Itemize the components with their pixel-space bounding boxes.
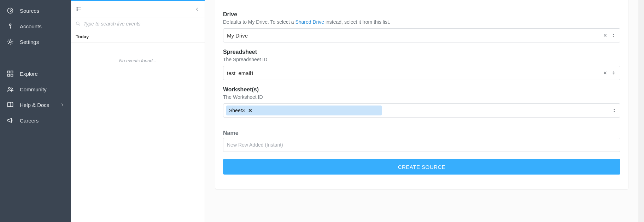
chip-remove-icon[interactable]: ✕ [248,108,252,113]
sidebar-item-label: Community [20,86,47,92]
chip-label: Sheet3 [229,108,245,113]
collapse-icon[interactable] [195,7,200,12]
search-icon [76,21,81,26]
sidebar-item-community[interactable]: Community [0,81,71,97]
svg-point-11 [77,9,78,10]
sidebar-item-label: Help & Docs [20,102,49,108]
name-placeholder: New Row Added (Instant) [227,142,283,148]
drive-value: My Drive [227,33,602,39]
sidebar-item-label: Accounts [20,23,42,29]
gear-icon [6,38,14,46]
sidebar: Sources Accounts Settings Explore Commun… [0,0,71,222]
drive-select[interactable]: My Drive [223,28,620,42]
svg-rect-3 [8,71,10,73]
sort-icon[interactable] [611,107,617,114]
spreadsheet-description: The Spreadsheet ID [223,57,620,62]
chevron-right-icon [60,102,64,108]
sidebar-item-settings[interactable]: Settings [0,34,71,50]
sidebar-item-careers[interactable]: Careers [0,113,71,128]
name-input[interactable]: New Row Added (Instant) [223,138,620,152]
svg-rect-6 [11,74,13,76]
community-icon [6,85,14,93]
field-name: Name New Row Added (Instant) [223,130,620,152]
book-icon [6,101,14,109]
clear-icon[interactable] [602,70,608,76]
svg-point-8 [11,88,12,89]
sidebar-item-explore[interactable]: Explore [0,66,71,81]
svg-rect-4 [11,71,13,73]
svg-point-0 [8,8,13,13]
field-drive: Drive Defaults to My Drive. To select a … [223,11,620,42]
sidebar-item-label: Explore [20,71,38,77]
svg-point-13 [76,22,79,25]
grid-icon [6,70,14,78]
megaphone-icon [6,116,14,124]
sidebar-item-label: Settings [20,39,39,45]
sidebar-item-accounts[interactable]: Accounts [0,18,71,34]
clear-icon[interactable] [602,32,608,39]
field-worksheet: Worksheet(s) The Worksheet ID Sheet3 ✕ [223,86,620,118]
svg-point-7 [8,87,10,89]
events-empty-text: No events found... [71,42,205,79]
field-spreadsheet: Spreadsheet The Spreadsheet ID test_emai… [223,49,620,80]
divider [223,127,620,127]
svg-line-14 [79,24,80,26]
sidebar-item-sources[interactable]: Sources [0,3,71,18]
svg-point-9 [77,7,78,8]
svg-point-1 [10,24,11,25]
spreadsheet-select[interactable]: test_email1 [223,66,620,80]
form-card: Drive Defaults to My Drive. To select a … [215,0,628,190]
drive-description: Defaults to My Drive. To select a Shared… [223,19,620,25]
worksheet-multiselect[interactable]: Sheet3 ✕ [223,103,620,118]
name-label: Name [223,130,620,136]
scrollbar[interactable] [638,0,644,222]
worksheet-description: The Worksheet ID [223,94,620,100]
sidebar-item-label: Careers [20,118,39,124]
key-icon [6,22,14,30]
events-panel: Today No events found... [71,0,205,222]
worksheet-chip: Sheet3 ✕ [226,106,382,115]
sort-icon[interactable] [611,32,616,39]
sidebar-item-help[interactable]: Help & Docs [0,97,71,113]
events-search [71,17,205,31]
shared-drive-link[interactable]: Shared Drive [295,19,324,25]
filter-icon[interactable] [76,6,82,12]
svg-rect-5 [8,74,10,76]
drive-label: Drive [223,11,620,18]
sidebar-item-label: Sources [20,8,39,14]
main-content: Drive Defaults to My Drive. To select a … [205,0,638,222]
create-source-button[interactable]: CREATE SOURCE [223,159,620,175]
worksheet-label: Worksheet(s) [223,86,620,93]
sort-icon[interactable] [611,70,616,76]
events-today-label: Today [71,31,205,42]
spreadsheet-value: test_email1 [227,70,602,76]
spreadsheet-label: Spreadsheet [223,49,620,55]
svg-point-2 [9,41,11,43]
sources-icon [6,7,14,15]
events-search-input[interactable] [83,21,200,27]
